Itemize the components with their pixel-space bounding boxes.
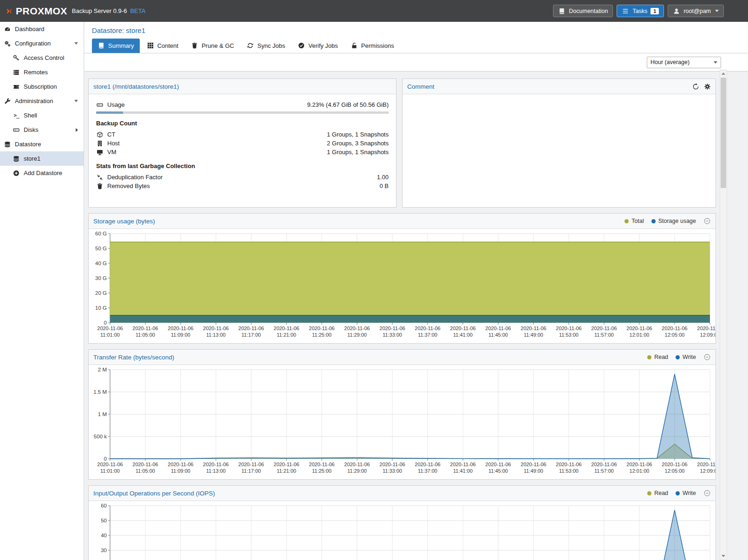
svg-text:500 k: 500 k: [94, 434, 107, 439]
top-header: PROXMOX Backup Server 0.9-6 BETA Documen…: [0, 0, 748, 22]
documentation-button[interactable]: Documentation: [553, 5, 613, 17]
sidebar-item-administration[interactable]: Administration: [0, 94, 84, 108]
tab-permissions[interactable]: Permissions: [345, 39, 400, 53]
svg-text:2020-11-06: 2020-11-06: [203, 462, 228, 467]
sidebar-item-dashboard[interactable]: Dashboard: [0, 22, 84, 36]
svg-text:2020-11-06: 2020-11-06: [273, 326, 299, 331]
vertical-scrollbar[interactable]: [720, 70, 727, 560]
svg-text:11:53:00: 11:53:00: [559, 332, 579, 338]
svg-text:2020-11-06: 2020-11-06: [273, 462, 299, 467]
sidebar-item-subscription[interactable]: Subscription: [0, 79, 84, 94]
gears-icon: [4, 40, 11, 47]
svg-text:11:41:00: 11:41:00: [453, 332, 473, 338]
svg-text:40: 40: [101, 533, 107, 538]
comment-body[interactable]: [403, 94, 715, 106]
legend-dot: [651, 219, 656, 223]
svg-text:11:57:00: 11:57:00: [594, 468, 614, 474]
svg-text:2020-11-06: 2020-11-06: [662, 326, 687, 331]
sidebar-item-add-datastore[interactable]: Add Datastore: [0, 166, 84, 180]
legend-item-total[interactable]: Total: [624, 218, 644, 224]
svg-text:2020-11-06: 2020-11-06: [309, 326, 334, 331]
hdd-icon: [13, 126, 20, 134]
sidebar-item-store1[interactable]: store1: [0, 151, 84, 166]
svg-text:11:37:00: 11:37:00: [418, 468, 437, 474]
usage-progress-bar: [96, 111, 389, 114]
sidebar-item-access-control[interactable]: Access Control: [0, 51, 84, 65]
svg-text:2020-11-06: 2020-11-06: [238, 462, 264, 467]
scroll-up-button[interactable]: [720, 70, 727, 77]
usage-row: Usage 9.23% (4.67 GiB of 50.56 GiB): [96, 100, 389, 109]
database-icon: [4, 141, 11, 148]
host-count-row: Host 2 Groups, 3 Snapshots: [96, 139, 389, 148]
dashboard-icon: [4, 26, 11, 33]
sidebar-item-disks[interactable]: Disks: [0, 123, 84, 137]
storage-usage-chart: 010 G20 G30 G40 G50 G60 G2020-11-0611:01…: [89, 229, 715, 343]
gc-stats-title: Stats from last Garbage Collection: [96, 163, 389, 169]
tab-summary[interactable]: Summary: [92, 39, 140, 53]
sidebar-item-configuration[interactable]: Configuration: [0, 36, 84, 51]
svg-text:60: 60: [101, 503, 107, 508]
tab-content[interactable]: Content: [141, 39, 184, 53]
svg-text:1.5 M: 1.5 M: [93, 389, 107, 395]
product-title: Backup Server 0.9-6: [72, 7, 127, 14]
iops-panel: Input/Output Operations per Second (IOPS…: [88, 485, 716, 560]
scrollbar-thumb[interactable]: [721, 78, 726, 188]
legend-item-read[interactable]: Read: [647, 490, 668, 496]
svg-text:2020-11-06: 2020-11-06: [450, 326, 475, 331]
svg-text:12:01:00: 12:01:00: [630, 468, 650, 474]
scroll-down-button[interactable]: [720, 553, 727, 560]
tab-prune-gc[interactable]: Prune & GC: [185, 39, 240, 53]
caret-down-icon: [715, 10, 719, 12]
ct-count-row: CT 1 Groups, 1 Snapshots: [96, 130, 389, 139]
timeframe-select[interactable]: Hour (average): [647, 57, 721, 68]
collapse-icon[interactable]: [703, 489, 711, 497]
sidebar-item-datastore[interactable]: Datastore: [0, 137, 84, 151]
tasks-button[interactable]: Tasks 1: [617, 5, 664, 17]
svg-text:11:41:00: 11:41:00: [453, 468, 473, 474]
gear-icon[interactable]: [703, 83, 711, 90]
svg-text:2020-11-06: 2020-11-06: [450, 462, 475, 467]
legend-item-storage-usage[interactable]: Storage usage: [651, 218, 696, 224]
datastore-summary-panel: store1 (/mnt/datastores/store1) Usage 9.…: [88, 78, 397, 208]
beta-link[interactable]: BETA: [130, 7, 145, 14]
plus-circle-icon: [13, 169, 20, 177]
svg-text:2020-11-06: 2020-11-06: [662, 462, 687, 467]
transfer-rate-chart: 0500 k1 M1.5 M2 M2020-11-0611:01:002020-…: [89, 365, 715, 479]
collapse-icon[interactable]: [703, 217, 711, 225]
collapse-caret-icon[interactable]: [74, 100, 78, 102]
sidebar-item-shell[interactable]: >_ Shell: [0, 108, 84, 123]
header-actions: Documentation Tasks 1 root@pam: [553, 5, 724, 17]
tab-sync-jobs[interactable]: Sync Jobs: [241, 39, 291, 53]
legend-item-write[interactable]: Write: [676, 354, 696, 360]
refresh-icon[interactable]: [692, 83, 699, 90]
server-list-icon: [13, 69, 20, 76]
svg-text:11:57:00: 11:57:00: [594, 332, 614, 338]
caret-down-icon: [714, 61, 717, 64]
check-circle-icon: [298, 42, 305, 49]
proxmox-logo: PROXMOX: [6, 5, 67, 18]
user-menu-button[interactable]: root@pam: [668, 5, 724, 17]
legend-item-read[interactable]: Read: [647, 354, 668, 360]
page-title: Datastore: store1: [92, 26, 741, 34]
tab-verify-jobs[interactable]: Verify Jobs: [292, 39, 344, 53]
book-icon: [98, 42, 105, 49]
svg-text:2020-11-06: 2020-11-06: [379, 326, 405, 331]
legend-dot: [647, 355, 651, 359]
chart-toolbar: Hour (average): [85, 53, 748, 72]
svg-text:10 G: 10 G: [95, 305, 107, 311]
brand-text: PROXMOX: [16, 6, 67, 17]
sidebar-item-remotes[interactable]: Remotes: [0, 65, 84, 79]
legend-item-write[interactable]: Write: [676, 490, 696, 496]
collapse-icon[interactable]: [703, 353, 711, 361]
collapse-caret-icon[interactable]: [74, 42, 78, 45]
svg-text:11:01:00: 11:01:00: [100, 332, 120, 338]
svg-text:2020-11-06: 2020-11-06: [309, 462, 334, 467]
terminal-icon: >_: [13, 112, 20, 119]
svg-text:2020-11-06: 2020-11-06: [485, 462, 511, 467]
sync-icon: [247, 42, 254, 49]
svg-text:2020-11-06: 2020-11-06: [344, 462, 370, 467]
svg-text:11:45:00: 11:45:00: [488, 468, 508, 474]
expand-arrow-icon[interactable]: [76, 128, 78, 132]
svg-text:11:17:00: 11:17:00: [241, 332, 261, 338]
building-icon: [96, 140, 104, 147]
